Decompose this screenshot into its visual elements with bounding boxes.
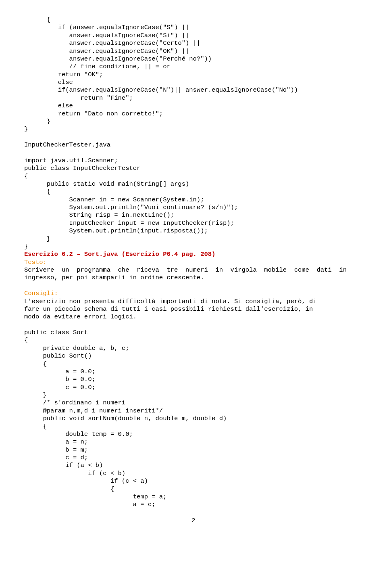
testo-label: Testo: — [24, 259, 363, 266]
blank-line-2 — [24, 321, 363, 329]
code-block-inputchecker: { if (answer.equalsIgnoreCase("S") || an… — [24, 16, 363, 251]
consigli-label: Consigli: — [24, 290, 363, 297]
exercise-heading: Esercizio 6.2 – Sort.java (Esercizio P6.… — [24, 251, 363, 258]
testo-body: Scrivere un programma che riceva tre num… — [24, 266, 363, 282]
blank-line-1 — [24, 282, 363, 290]
consigli-body: L'esercizio non presenta difficoltà impo… — [24, 298, 363, 321]
code-block-sort: public class Sort { private double a, b,… — [24, 329, 363, 509]
page-number: 2 — [24, 517, 363, 525]
